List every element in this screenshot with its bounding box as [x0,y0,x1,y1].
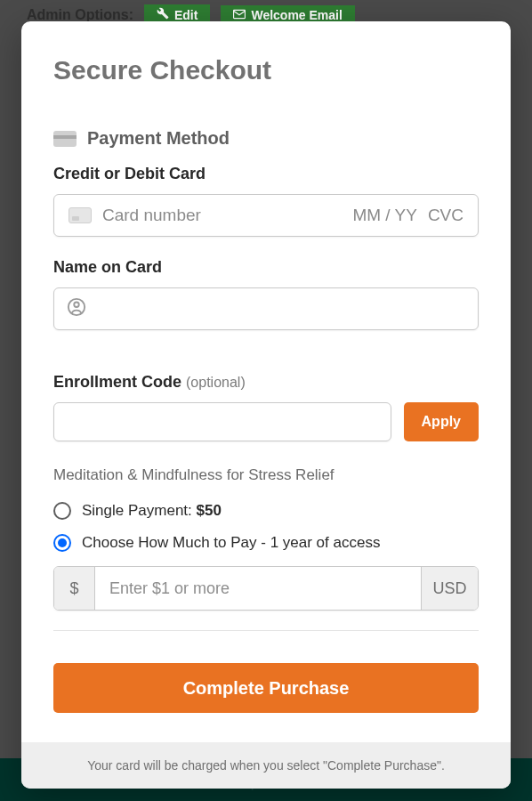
enrollment-code-label: Enrollment Code (optional) [53,373,479,392]
svg-point-1 [74,303,79,308]
card-cvc-placeholder: CVC [428,206,463,225]
checkout-modal: Secure Checkout Payment Method Credit or… [21,21,511,789]
card-number-input[interactable]: Card number MM / YY CVC [53,194,479,237]
envelope-icon [233,8,246,22]
card-expiry-placeholder: MM / YY [352,206,417,225]
name-on-card-input[interactable] [53,287,479,330]
option-choose-amount[interactable]: Choose How Much to Pay - 1 year of acces… [53,534,479,552]
payment-method-header: Payment Method [53,128,479,149]
modal-title: Secure Checkout [53,55,479,85]
option-choose-label: Choose How Much to Pay - 1 year of acces… [82,534,380,552]
apply-button[interactable]: Apply [404,402,479,441]
admin-options-label: Admin Options: [27,7,133,23]
amount-input[interactable] [95,567,421,610]
wrench-icon [157,7,169,22]
card-chip-icon [69,207,92,223]
person-icon [67,297,86,320]
modal-body: Secure Checkout Payment Method Credit or… [21,21,511,742]
card-number-placeholder: Card number [102,206,342,225]
payment-method-label: Payment Method [87,128,230,149]
name-field-label: Name on Card [53,258,479,277]
radio-unselected-icon [53,502,71,520]
option-single-payment[interactable]: Single Payment: $50 [53,502,479,520]
modal-footer: Your card will be charged when you selec… [21,742,511,789]
footer-note: Your card will be charged when you selec… [87,758,445,773]
complete-purchase-button[interactable]: Complete Purchase [53,663,479,713]
currency-code: USD [421,567,478,610]
enrollment-code-input[interactable] [53,402,391,441]
radio-selected-icon [53,534,71,552]
card-field-label: Credit or Debit Card [53,165,479,183]
product-name: Meditation & Mindfulness for Stress Reli… [53,466,479,484]
amount-input-group: $ USD [53,566,479,611]
option-single-label: Single Payment: $50 [82,502,222,520]
divider [53,630,479,631]
enrollment-row: Apply [53,402,479,441]
credit-card-icon [53,131,77,147]
currency-symbol: $ [54,567,95,610]
